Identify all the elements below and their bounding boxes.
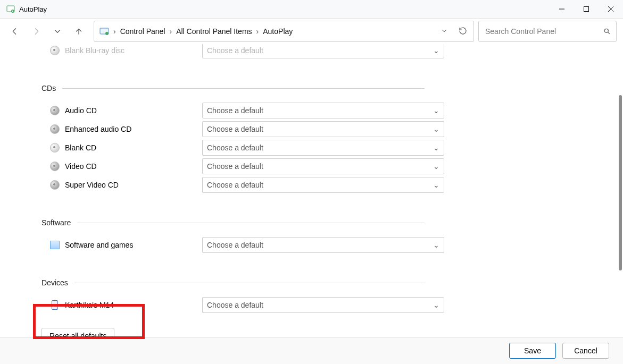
- refresh-icon[interactable]: [459, 27, 467, 37]
- default-dropdown[interactable]: Choose a default ⌄: [202, 44, 444, 58]
- media-label: Blank Blu-ray disc: [65, 46, 202, 55]
- chevron-right-icon: ›: [112, 27, 117, 36]
- divider: [77, 223, 425, 223]
- media-row-blank-cd: Blank CD Choose a default⌄: [50, 138, 623, 157]
- media-row-super-video-cd: Super Video CD Choose a default⌄: [50, 175, 623, 194]
- disc-icon: [50, 162, 60, 171]
- save-button[interactable]: Save: [509, 343, 556, 359]
- chevron-down-icon: ⌄: [433, 125, 439, 133]
- divider: [62, 88, 425, 89]
- control-panel-icon: [99, 27, 109, 36]
- chevron-down-icon: ⌄: [433, 301, 439, 309]
- media-row-blank-bluray: Blank Blu-ray disc Choose a default ⌄: [41, 44, 623, 60]
- phone-icon: [50, 300, 60, 310]
- chevron-right-icon: ›: [169, 27, 173, 36]
- media-label: Blank CD: [65, 143, 202, 152]
- media-row-software-games: Software and games Choose a default⌄: [50, 235, 623, 254]
- reset-defaults-button[interactable]: Reset all defaults: [41, 328, 114, 337]
- address-bar[interactable]: › Control Panel › All Control Panel Item…: [94, 21, 474, 42]
- default-dropdown[interactable]: Choose a default⌄: [202, 140, 444, 156]
- disc-icon: [50, 106, 60, 115]
- svg-line-9: [608, 32, 609, 33]
- breadcrumb-leaf[interactable]: AutoPlay: [260, 25, 296, 38]
- default-dropdown[interactable]: Choose a default⌄: [202, 177, 444, 193]
- disc-icon: [50, 143, 60, 153]
- section-title: Devices: [41, 278, 68, 287]
- chevron-down-icon: ⌄: [433, 106, 439, 115]
- disc-icon: [50, 46, 60, 55]
- software-icon: [50, 240, 60, 250]
- search-icon[interactable]: [603, 28, 611, 35]
- chevron-down-icon: ⌄: [433, 46, 439, 55]
- navigation-bar: › Control Panel › All Control Panel Item…: [0, 19, 623, 44]
- up-button[interactable]: [70, 23, 87, 40]
- search-box[interactable]: [478, 21, 617, 42]
- media-label: Enhanced audio CD: [65, 125, 202, 133]
- close-button[interactable]: [599, 0, 623, 18]
- media-row-audio-cd: Audio CD Choose a default⌄: [50, 101, 623, 120]
- forward-button[interactable]: [28, 23, 45, 40]
- breadcrumb-root[interactable]: Control Panel: [117, 25, 169, 38]
- section-software: Software Software and games Choose a def…: [41, 218, 623, 254]
- section-title: Software: [41, 218, 71, 227]
- default-dropdown[interactable]: Choose a default⌄: [202, 121, 444, 137]
- content-area: Blank Blu-ray disc Choose a default ⌄ CD…: [0, 44, 623, 337]
- media-row-enhanced-audio-cd: Enhanced audio CD Choose a default⌄: [50, 120, 623, 138]
- titlebar: AutoPlay: [0, 0, 623, 19]
- media-row-video-cd: Video CD Choose a default⌄: [50, 157, 623, 175]
- default-dropdown[interactable]: Choose a default⌄: [202, 237, 444, 253]
- section-cds: CDs Audio CD Choose a default⌄ Enhanced …: [41, 84, 623, 194]
- media-row-device: Karthika's M14 Choose a default⌄: [50, 295, 623, 314]
- recent-dropdown[interactable]: [49, 23, 66, 40]
- footer: Save Cancel: [0, 337, 623, 364]
- media-label: Super Video CD: [65, 181, 202, 189]
- disc-icon: [50, 180, 60, 190]
- autoplay-app-icon: [6, 5, 15, 13]
- chevron-right-icon: ›: [255, 27, 260, 36]
- default-dropdown[interactable]: Choose a default⌄: [202, 103, 444, 118]
- chevron-down-icon: ⌄: [433, 241, 439, 249]
- breadcrumb-mid[interactable]: All Control Panel Items: [173, 25, 255, 38]
- chevron-down-icon: ⌄: [433, 181, 439, 189]
- media-label: Video CD: [65, 162, 202, 171]
- section-title: CDs: [41, 84, 56, 92]
- divider: [74, 283, 425, 283]
- chevron-down-icon: ⌄: [433, 162, 439, 171]
- minimize-button[interactable]: [550, 0, 574, 18]
- media-label: Software and games: [65, 241, 202, 249]
- back-button[interactable]: [6, 23, 23, 40]
- window-title: AutoPlay: [19, 5, 47, 13]
- cancel-button[interactable]: Cancel: [562, 343, 609, 359]
- scrollbar-track[interactable]: [616, 44, 623, 337]
- maximize-button[interactable]: [574, 0, 599, 18]
- media-label: Audio CD: [65, 106, 202, 115]
- svg-point-7: [105, 32, 109, 35]
- address-dropdown-icon[interactable]: [441, 27, 448, 36]
- search-input[interactable]: [484, 27, 603, 36]
- chevron-down-icon: ⌄: [433, 143, 439, 152]
- scrollbar-thumb[interactable]: [619, 95, 622, 270]
- disc-icon: [50, 124, 60, 134]
- media-label: Karthika's M14: [65, 301, 202, 309]
- section-devices: Devices Karthika's M14 Choose a default⌄…: [41, 278, 623, 337]
- default-dropdown[interactable]: Choose a default⌄: [202, 158, 444, 174]
- svg-rect-3: [584, 7, 589, 12]
- default-dropdown[interactable]: Choose a default⌄: [202, 297, 444, 313]
